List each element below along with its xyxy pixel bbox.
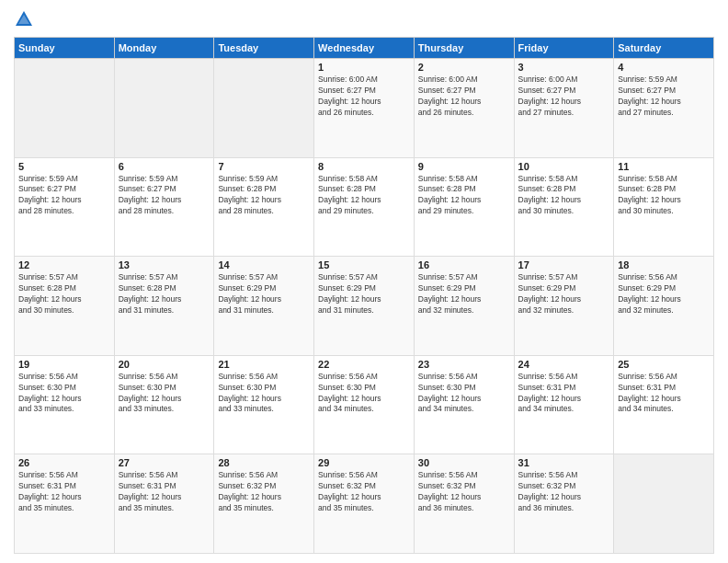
calendar-cell: 4Sunrise: 5:59 AM Sunset: 6:27 PM Daylig… [614,59,714,158]
calendar-cell: 18Sunrise: 5:56 AM Sunset: 6:29 PM Dayli… [614,257,714,356]
calendar-cell: 12Sunrise: 5:57 AM Sunset: 6:28 PM Dayli… [15,257,115,356]
day-number: 25 [618,359,710,370]
day-number: 14 [218,259,310,270]
day-number: 8 [318,161,410,172]
day-info: Sunrise: 5:58 AM Sunset: 6:28 PM Dayligh… [618,174,710,218]
weekday-header-wednesday: Wednesday [314,38,415,59]
header [14,9,714,29]
day-number: 1 [318,62,410,73]
day-info: Sunrise: 5:56 AM Sunset: 6:29 PM Dayligh… [618,272,710,316]
calendar-cell: 13Sunrise: 5:57 AM Sunset: 6:28 PM Dayli… [114,257,214,356]
calendar-cell: 19Sunrise: 5:56 AM Sunset: 6:30 PM Dayli… [15,355,115,454]
day-info: Sunrise: 6:00 AM Sunset: 6:27 PM Dayligh… [418,75,510,119]
day-info: Sunrise: 6:00 AM Sunset: 6:27 PM Dayligh… [318,75,410,119]
calendar-cell: 16Sunrise: 5:57 AM Sunset: 6:29 PM Dayli… [414,257,514,356]
calendar-cell: 29Sunrise: 5:56 AM Sunset: 6:32 PM Dayli… [314,454,415,554]
day-info: Sunrise: 5:59 AM Sunset: 6:27 PM Dayligh… [618,75,710,119]
calendar-week-row: 19Sunrise: 5:56 AM Sunset: 6:30 PM Dayli… [15,355,714,454]
calendar-cell [114,59,214,158]
weekday-header-thursday: Thursday [414,38,514,59]
calendar-cell: 15Sunrise: 5:57 AM Sunset: 6:29 PM Dayli… [314,257,415,356]
calendar-week-row: 12Sunrise: 5:57 AM Sunset: 6:28 PM Dayli… [15,257,714,356]
day-number: 26 [18,457,110,468]
calendar-cell: 2Sunrise: 6:00 AM Sunset: 6:27 PM Daylig… [414,59,514,158]
day-number: 19 [18,359,110,370]
day-number: 11 [618,161,710,172]
day-number: 3 [518,62,610,73]
day-info: Sunrise: 5:56 AM Sunset: 6:31 PM Dayligh… [618,372,710,416]
page: SundayMondayTuesdayWednesdayThursdayFrid… [0,0,728,563]
day-number: 27 [119,457,210,468]
calendar-cell: 7Sunrise: 5:59 AM Sunset: 6:28 PM Daylig… [214,157,314,257]
calendar-cell: 31Sunrise: 5:56 AM Sunset: 6:32 PM Dayli… [514,454,614,554]
calendar-cell: 14Sunrise: 5:57 AM Sunset: 6:29 PM Dayli… [214,257,314,356]
day-number: 10 [518,161,610,172]
day-number: 20 [119,359,210,370]
day-info: Sunrise: 5:59 AM Sunset: 6:28 PM Dayligh… [218,174,310,218]
day-info: Sunrise: 5:57 AM Sunset: 6:29 PM Dayligh… [518,272,610,316]
day-info: Sunrise: 5:56 AM Sunset: 6:30 PM Dayligh… [418,372,510,416]
weekday-header-sunday: Sunday [15,38,115,59]
day-info: Sunrise: 5:56 AM Sunset: 6:31 PM Dayligh… [119,470,210,514]
calendar-cell: 8Sunrise: 5:58 AM Sunset: 6:28 PM Daylig… [314,157,415,257]
weekday-header-saturday: Saturday [614,38,714,59]
day-info: Sunrise: 5:56 AM Sunset: 6:32 PM Dayligh… [518,470,610,514]
calendar-cell: 25Sunrise: 5:56 AM Sunset: 6:31 PM Dayli… [614,355,714,454]
day-info: Sunrise: 5:58 AM Sunset: 6:28 PM Dayligh… [318,174,410,218]
weekday-header-monday: Monday [114,38,214,59]
day-info: Sunrise: 5:57 AM Sunset: 6:29 PM Dayligh… [418,272,510,316]
day-number: 28 [218,457,310,468]
logo-icon [14,9,34,29]
day-info: Sunrise: 5:57 AM Sunset: 6:28 PM Dayligh… [119,272,210,316]
calendar-table: SundayMondayTuesdayWednesdayThursdayFrid… [14,37,714,554]
calendar-cell: 24Sunrise: 5:56 AM Sunset: 6:31 PM Dayli… [514,355,614,454]
weekday-header-tuesday: Tuesday [214,38,314,59]
calendar-cell: 1Sunrise: 6:00 AM Sunset: 6:27 PM Daylig… [314,59,415,158]
day-info: Sunrise: 5:56 AM Sunset: 6:30 PM Dayligh… [318,372,410,416]
day-info: Sunrise: 5:56 AM Sunset: 6:30 PM Dayligh… [18,372,110,416]
day-number: 2 [418,62,510,73]
day-number: 24 [518,359,610,370]
day-info: Sunrise: 5:59 AM Sunset: 6:27 PM Dayligh… [119,174,210,218]
day-info: Sunrise: 5:57 AM Sunset: 6:28 PM Dayligh… [18,272,110,316]
calendar-cell: 27Sunrise: 5:56 AM Sunset: 6:31 PM Dayli… [114,454,214,554]
calendar-cell: 3Sunrise: 6:00 AM Sunset: 6:27 PM Daylig… [514,59,614,158]
weekday-header-row: SundayMondayTuesdayWednesdayThursdayFrid… [15,38,714,59]
day-number: 21 [218,359,310,370]
day-info: Sunrise: 5:57 AM Sunset: 6:29 PM Dayligh… [218,272,310,316]
day-info: Sunrise: 5:57 AM Sunset: 6:29 PM Dayligh… [318,272,410,316]
calendar-week-row: 1Sunrise: 6:00 AM Sunset: 6:27 PM Daylig… [15,59,714,158]
calendar-cell [614,454,714,554]
day-info: Sunrise: 5:58 AM Sunset: 6:28 PM Dayligh… [518,174,610,218]
calendar-cell: 9Sunrise: 5:58 AM Sunset: 6:28 PM Daylig… [414,157,514,257]
day-info: Sunrise: 5:56 AM Sunset: 6:30 PM Dayligh… [119,372,210,416]
day-info: Sunrise: 5:58 AM Sunset: 6:28 PM Dayligh… [418,174,510,218]
logo [14,9,38,29]
day-number: 17 [518,259,610,270]
calendar-cell: 21Sunrise: 5:56 AM Sunset: 6:30 PM Dayli… [214,355,314,454]
day-number: 13 [119,259,210,270]
calendar-body: 1Sunrise: 6:00 AM Sunset: 6:27 PM Daylig… [15,59,714,554]
calendar-cell: 26Sunrise: 5:56 AM Sunset: 6:31 PM Dayli… [15,454,115,554]
day-number: 4 [618,62,710,73]
calendar-cell: 17Sunrise: 5:57 AM Sunset: 6:29 PM Dayli… [514,257,614,356]
calendar-week-row: 26Sunrise: 5:56 AM Sunset: 6:31 PM Dayli… [15,454,714,554]
calendar-cell: 5Sunrise: 5:59 AM Sunset: 6:27 PM Daylig… [15,157,115,257]
calendar-cell: 22Sunrise: 5:56 AM Sunset: 6:30 PM Dayli… [314,355,415,454]
day-number: 15 [318,259,410,270]
day-number: 29 [318,457,410,468]
day-info: Sunrise: 5:56 AM Sunset: 6:32 PM Dayligh… [318,470,410,514]
calendar-cell: 23Sunrise: 5:56 AM Sunset: 6:30 PM Dayli… [414,355,514,454]
day-info: Sunrise: 5:56 AM Sunset: 6:30 PM Dayligh… [218,372,310,416]
day-info: Sunrise: 5:56 AM Sunset: 6:32 PM Dayligh… [218,470,310,514]
calendar-cell: 28Sunrise: 5:56 AM Sunset: 6:32 PM Dayli… [214,454,314,554]
calendar-cell: 11Sunrise: 5:58 AM Sunset: 6:28 PM Dayli… [614,157,714,257]
day-number: 7 [218,161,310,172]
day-info: Sunrise: 5:56 AM Sunset: 6:31 PM Dayligh… [18,470,110,514]
day-number: 16 [418,259,510,270]
day-number: 30 [418,457,510,468]
calendar-cell: 6Sunrise: 5:59 AM Sunset: 6:27 PM Daylig… [114,157,214,257]
calendar-cell [214,59,314,158]
day-number: 23 [418,359,510,370]
calendar-cell: 30Sunrise: 5:56 AM Sunset: 6:32 PM Dayli… [414,454,514,554]
